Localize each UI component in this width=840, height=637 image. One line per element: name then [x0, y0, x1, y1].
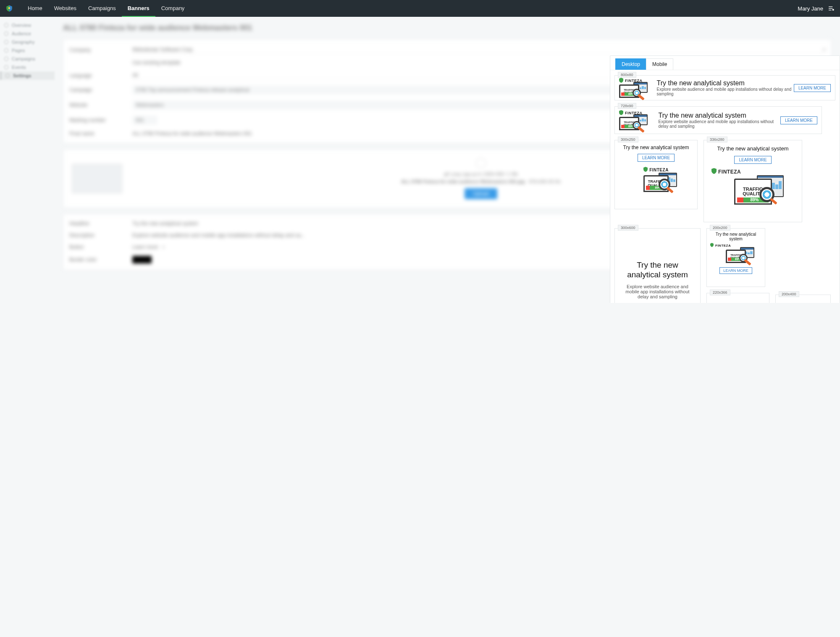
website-label: Website — [69, 102, 132, 108]
marking-label: Marking number — [69, 117, 132, 123]
color-swatch[interactable] — [132, 256, 152, 263]
learn-more-button[interactable]: LEARN MORE — [734, 156, 771, 164]
svg-point-4 — [832, 9, 834, 11]
banner-300x600: 300x600 Try the new analytical system Ex… — [614, 228, 701, 303]
nav-banners[interactable]: Banners — [122, 0, 155, 17]
sidebar-item-overview[interactable]: Overview — [0, 21, 55, 29]
banner-subtitle: Explore website audience and mobile app … — [657, 87, 794, 96]
sidebar-item-events[interactable]: Events — [0, 63, 55, 71]
nav-home[interactable]: Home — [22, 0, 48, 17]
nav-company[interactable]: Company — [155, 0, 191, 17]
content-area: ALL 0780 Finteza for wide audience Webma… — [55, 17, 840, 303]
learn-more-button[interactable]: LEARN MORE — [780, 116, 817, 124]
campaign-label: Campaign — [69, 87, 132, 93]
banner-title: Try the new analytical system — [657, 79, 794, 87]
sidebar-item-pages[interactable]: Pages — [0, 46, 55, 55]
sidebar-item-campaigns[interactable]: Campaigns — [0, 55, 55, 63]
size-tag: 800x80 — [618, 72, 636, 78]
nav-websites[interactable]: Websites — [48, 0, 82, 17]
learn-more-button[interactable]: LEARN MORE — [719, 267, 752, 274]
learn-more-button[interactable]: LEARN MORE — [794, 84, 831, 92]
svg-rect-1 — [829, 6, 832, 7]
app-logo — [5, 4, 13, 13]
size-tag: 220x366 — [710, 290, 730, 295]
svg-rect-3 — [829, 10, 832, 10]
user-menu-icon[interactable] — [827, 5, 835, 12]
banner-200x400: 200x400 Try the new analytical system Ex… — [775, 295, 831, 303]
banner-300x250: 300x250 Try the new analytical system LE… — [614, 140, 698, 222]
banner-728x90: 728x90 FINTEZA TRAFFICQUALITY89% Try the… — [614, 106, 835, 134]
page-title: ALL 0780 Finteza for wide audience Webma… — [55, 21, 840, 39]
size-tag: 300x600 — [618, 225, 638, 231]
banner-800x80: 800x80 FINTEZA TRAFFICQUALITY89% Try the… — [614, 75, 835, 100]
size-tag: 728x90 — [618, 103, 636, 109]
finteza-shield-icon — [619, 78, 623, 84]
finalname-label: Final name — [69, 131, 132, 137]
left-sidebar: OverviewAudienceGeographyPagesCampaignsE… — [0, 17, 55, 303]
nav-campaigns[interactable]: Campaigns — [82, 0, 122, 17]
user-name[interactable]: Mary Jane — [798, 5, 823, 12]
svg-point-0 — [8, 7, 10, 9]
size-tag: 200x200 — [710, 225, 730, 231]
top-navbar: HomeWebsitesCampaignsBannersCompany Mary… — [0, 0, 840, 17]
sidebar-item-settings[interactable]: Settings — [0, 71, 55, 80]
sidebar-item-audience[interactable]: Audience — [0, 29, 55, 38]
tab-desktop[interactable]: Desktop — [615, 58, 646, 70]
size-tag: 336x280 — [707, 137, 727, 142]
banner-220x366: 220x366 Try the new analytical system Ex… — [706, 293, 769, 303]
upload-thumbnail — [72, 164, 122, 193]
preview-panel: Desktop Mobile 800x80 FINTEZA TRAFFICQUA… — [610, 55, 840, 303]
language-label: Language — [69, 73, 132, 79]
svg-rect-2 — [829, 8, 832, 8]
banner-336x280: 336x280 Try the new analytical system LE… — [704, 140, 802, 222]
learn-more-button[interactable]: LEARN MORE — [638, 154, 675, 162]
upload-button[interactable]: Upload — [465, 188, 497, 199]
company-label: Company — [69, 47, 132, 53]
banner-200x200: 200x200 Try the new analytical system FI… — [706, 228, 769, 287]
size-tag: 200x400 — [779, 291, 799, 297]
size-tag: 300x250 — [618, 137, 638, 142]
tab-mobile[interactable]: Mobile — [646, 58, 673, 70]
sidebar-item-geography[interactable]: Geography — [0, 38, 55, 46]
